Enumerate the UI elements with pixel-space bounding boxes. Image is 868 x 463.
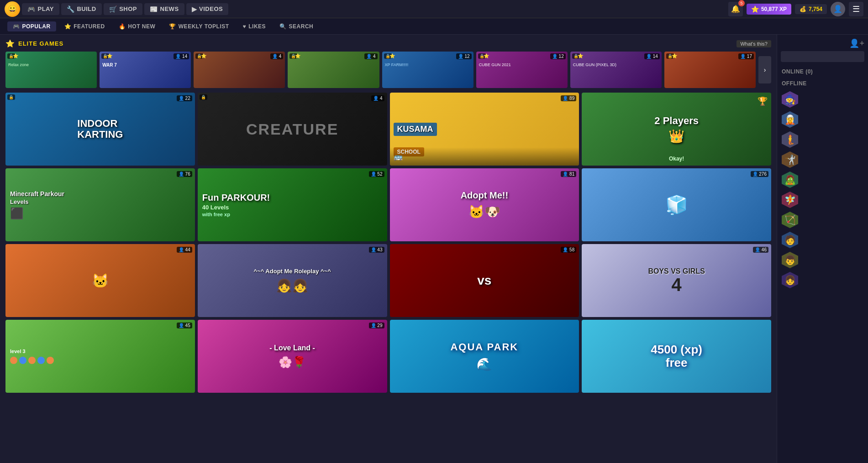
subnav-likes[interactable]: ♥ LIKES: [237, 21, 271, 31]
user-avatar-8: 🧑: [782, 232, 798, 248]
player-count: 👤 76: [177, 171, 192, 177]
sidebar-user-10[interactable]: 👧: [777, 270, 868, 290]
lock-icon: 🔒: [7, 94, 15, 100]
elite-game-8[interactable]: 🔒 ⭐ 👤 17: [664, 52, 756, 88]
build-icon: 🔧: [67, 5, 75, 13]
game-card-kusama[interactable]: KUSAMA SCHOOL 🚌 👤 89: [390, 93, 579, 166]
player-count: 👤 4: [270, 53, 283, 59]
star-badge: ⭐: [672, 53, 677, 58]
user-avatar-3: 🧜: [782, 131, 798, 148]
game-card-boys-girls[interactable]: BOYS VS GIRLS 4 👤 46: [582, 244, 771, 317]
player-count: 👤 4: [371, 95, 384, 101]
subnav-weekly[interactable]: 🏆 WEEKLY TOPLIST: [163, 21, 234, 31]
sidebar-search-area: 👤+: [777, 35, 868, 66]
sidebar-user-9[interactable]: 👦: [777, 250, 868, 270]
videos-icon: ▶: [192, 5, 197, 13]
gold-display: 💰 7,754: [795, 4, 827, 14]
nav-build-button[interactable]: 🔧 BUILD: [61, 3, 102, 15]
game-card-love-land[interactable]: - Love Land - 🌸🌹 👤 29: [198, 320, 387, 393]
subnav-popular[interactable]: 🎮 POPULAR: [7, 21, 56, 31]
player-count: 👤 81: [561, 171, 576, 177]
user-avatar-4: 🤺: [782, 151, 798, 168]
game-card-level3[interactable]: level 3 👤 45: [5, 320, 195, 393]
game-card-adopt-44[interactable]: 🐱 👤 44: [5, 244, 195, 317]
news-icon: 📰: [150, 5, 158, 13]
elite-next-button[interactable]: ›: [758, 56, 771, 83]
add-friend-button[interactable]: 👤+: [849, 38, 864, 48]
elite-game-6[interactable]: 🔒 ⭐ 👤 12 CUBE GUN 2021: [476, 52, 568, 88]
subnav-hotnew[interactable]: 🔥 HOT NEW: [113, 21, 161, 31]
sidebar-user-5[interactable]: 🧟: [777, 170, 868, 190]
featured-icon: ⭐: [64, 23, 72, 30]
likes-icon: ♥: [243, 23, 247, 30]
player-count: 👤 12: [550, 53, 566, 59]
notifications-badge: 5: [738, 0, 745, 6]
user-avatar-2: 🧝: [782, 111, 798, 128]
game-card-indoor[interactable]: INDOORKARTING 🔒 👤 22: [5, 93, 195, 166]
game-card-adoptme-roleplay[interactable]: ^~^ Adopt Me Roleplay ^~^ 👧👧 👤 43: [198, 244, 387, 317]
elite-game-4[interactable]: 🔒 ⭐ 👤 4: [288, 52, 379, 88]
sidebar-user-3[interactable]: 🧜: [777, 130, 868, 150]
subnav-search[interactable]: 🔍 SEARCH: [274, 21, 319, 31]
weekly-icon: 🏆: [169, 23, 176, 30]
game-card-minecraft-parkour[interactable]: Minecraft Parkour Levels ⬛ 👤 76: [5, 168, 195, 241]
elite-game-1[interactable]: 🔒 ⭐ Relax zone: [5, 52, 97, 88]
hamburger-menu-button[interactable]: ☰: [849, 2, 863, 16]
game-card-creature[interactable]: CREATURE 🔒 👤 4: [198, 93, 387, 166]
notifications-button[interactable]: 🔔 5: [728, 2, 743, 16]
sidebar-user-8[interactable]: 🧑: [777, 230, 868, 250]
player-count: 👤 14: [644, 53, 660, 59]
user-avatar-button[interactable]: 👤: [831, 2, 845, 16]
nav-videos-button[interactable]: ▶ VIDEOS: [186, 3, 229, 15]
popular-icon: 🎮: [13, 23, 20, 30]
sidebar-user-2[interactable]: 🧝: [777, 109, 868, 130]
game-card-vs[interactable]: vs 👤 58: [390, 244, 579, 317]
top-navigation: 😀 🎮 PLAY 🔧 BUILD 🛒 SHOP 📰 NEWS ▶ VIDEOS …: [0, 0, 868, 18]
sidebar-user-1[interactable]: 🧙: [777, 89, 868, 109]
user-avatar-10: 👧: [782, 272, 798, 288]
player-count: 👤 12: [456, 53, 472, 59]
star-badge: ⭐: [484, 53, 489, 58]
nav-shop-button[interactable]: 🛒 SHOP: [104, 3, 142, 15]
game-card-blocks-276[interactable]: 🧊 👤 276: [582, 168, 771, 241]
elite-star-icon: ⭐: [5, 39, 15, 48]
player-count: 👤 58: [561, 247, 576, 253]
game-row-1: INDOORKARTING 🔒 👤 22 CREATURE 🔒 👤 4 KUSA…: [5, 93, 771, 166]
player-count: 👤 276: [751, 171, 768, 177]
sidebar-user-4[interactable]: 🤺: [777, 150, 868, 170]
what-this-button[interactable]: What's this?: [736, 40, 771, 47]
sidebar-user-7[interactable]: 🏹: [777, 210, 868, 230]
friend-search-input[interactable]: [781, 51, 864, 62]
nav-right-section: 🔔 5 ⭐ 50,877 XP 💰 7,754 👤 ☰: [728, 2, 863, 16]
elite-games-row: 🔒 ⭐ Relax zone 🔒 ⭐ 👤 14 WAR 7 🔒 ⭐ 👤 4 🔒 …: [5, 52, 771, 88]
elite-game-5[interactable]: 🔒 ⭐ 👤 12 XP FARM!!!!!: [382, 52, 473, 88]
game-row-4: level 3 👤 45 - Love Land - 🌸🌹 👤: [5, 320, 771, 393]
elite-game-7[interactable]: 🔒 ⭐ 👤 14 CUBE GUN (PIXEL 3D): [570, 52, 662, 88]
subnav-featured[interactable]: ⭐ FEATURED: [59, 21, 110, 31]
player-count: 👤 43: [369, 247, 384, 253]
player-count: 👤 46: [753, 247, 768, 253]
game-card-aqua-park[interactable]: AQUA PARK 🌊: [390, 320, 579, 393]
star-badge: ⭐: [295, 53, 300, 58]
elite-game-3[interactable]: 🔒 ⭐ 👤 4: [194, 52, 285, 88]
user-avatar-9: 👦: [782, 252, 798, 268]
star-badge: ⭐: [201, 53, 206, 58]
nav-news-button[interactable]: 📰 NEWS: [144, 3, 184, 15]
sidebar-user-6[interactable]: 🧚: [777, 190, 868, 210]
player-count: 👤 89: [561, 95, 576, 101]
game-card-2players[interactable]: 2 Players 👑 Okay! 🏆: [582, 93, 771, 166]
player-count: 👤 22: [177, 95, 192, 101]
sub-navigation: 🎮 POPULAR ⭐ FEATURED 🔥 HOT NEW 🏆 WEEKLY …: [0, 18, 868, 35]
player-count: 👤 44: [177, 247, 192, 253]
game-card-fun-parkour[interactable]: Fun PARKOUR! 40 Levels with free xp 👤 52: [198, 168, 387, 241]
logo-button[interactable]: 😀: [5, 1, 20, 17]
xp-display: ⭐ 50,877 XP: [747, 4, 791, 15]
player-count: 👤 4: [364, 53, 377, 59]
elite-game-2[interactable]: 🔒 ⭐ 👤 14 WAR 7: [100, 52, 191, 88]
game-card-4500xp[interactable]: 4500 (xp)free: [582, 320, 771, 393]
nav-play-button[interactable]: 🎮 PLAY: [22, 3, 59, 15]
game-row-3: 🐱 👤 44 ^~^ Adopt Me Roleplay ^~^ 👧👧 👤 43…: [5, 244, 771, 317]
offline-section-label: Offline: [777, 78, 868, 89]
user-avatar-5: 🧟: [782, 172, 798, 188]
game-card-adoptme-81[interactable]: Adopt Me!! 🐱🐶 👤 81: [390, 168, 579, 241]
